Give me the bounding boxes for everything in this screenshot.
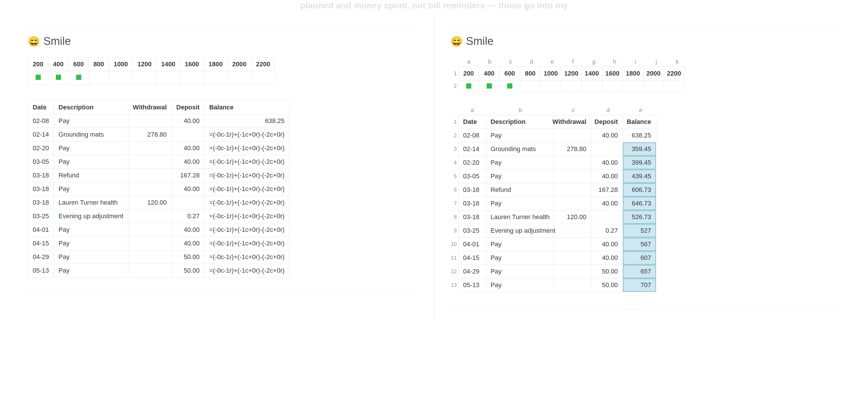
ledger-cell[interactable]: 50.00	[172, 264, 205, 277]
table-row[interactable]: 03-25Evening up adjustment0.27=(-0c-1r)+…	[28, 210, 289, 223]
ledger-cell[interactable]: 03-18	[458, 210, 486, 224]
ledger-cell[interactable]: =(-0c-1r)+(-1c+0r)-(-2c+0r)	[204, 169, 289, 182]
ledger-cell[interactable]: 40.00	[172, 114, 205, 128]
ledger-balance-cell[interactable]: 439.45	[623, 169, 656, 183]
ledger-cell[interactable]: Refund	[486, 183, 554, 197]
ledger-column-header[interactable]: Balance	[204, 101, 289, 114]
ledger-cell[interactable]: 03-05	[458, 169, 486, 183]
ledger-cell[interactable]	[128, 142, 172, 155]
scale-header-cell[interactable]: 1200	[132, 58, 156, 71]
ledger-cell[interactable]: 278.80	[128, 128, 172, 142]
ledger-cell[interactable]: 03-18	[28, 169, 54, 182]
ledger-cell[interactable]: =(-0c-1r)+(-1c+0r)-(-2c+0r)	[204, 223, 289, 237]
ledger-column-header[interactable]: Withdrawal	[554, 115, 591, 129]
scale-header-cell[interactable]: 1200	[561, 66, 582, 81]
ledger-cell[interactable]: 03-18	[28, 196, 54, 210]
column-letter[interactable]: b	[479, 57, 500, 67]
ledger-cell[interactable]: Pay	[486, 265, 554, 278]
scale-cell[interactable]	[251, 71, 275, 85]
ledger-cell[interactable]: Evening up adjustment	[54, 210, 128, 223]
table-row[interactable]: 02-08Pay40.00638.25	[28, 114, 289, 128]
ledger-cell[interactable]: 02-20	[458, 156, 486, 170]
ledger-balance-cell[interactable]: 707	[623, 278, 656, 292]
ledger-cell[interactable]	[128, 223, 172, 237]
scale-header-cell[interactable]: 1000	[540, 66, 561, 81]
scale-header-cell[interactable]: 600	[69, 58, 89, 71]
column-letter[interactable]: f	[563, 57, 584, 67]
ledger-cell[interactable]	[554, 278, 591, 292]
progress-scale-table[interactable]: 2004006008001000120014001600180020002200	[28, 57, 275, 85]
column-letter[interactable]: g	[584, 57, 604, 67]
ledger-cell[interactable]	[554, 237, 591, 251]
ledger-column-header[interactable]: Balance	[623, 115, 656, 129]
column-letter[interactable]: c	[500, 57, 521, 67]
scale-header-cell[interactable]: 2000	[227, 58, 251, 71]
ledger-cell[interactable]: 02-08	[28, 114, 54, 128]
row-number[interactable]: 11	[451, 251, 459, 265]
scale-cell[interactable]	[458, 80, 479, 92]
scale-header-cell[interactable]: 1600	[602, 66, 623, 81]
row-number[interactable]: 2	[451, 81, 459, 92]
scale-cell[interactable]	[156, 71, 180, 85]
row-number[interactable]: 4	[451, 156, 459, 170]
ledger-cell[interactable]: 03-18	[28, 182, 54, 196]
ledger-cell[interactable]: =(-0c-1r)+(-1c+0r)-(-2c+0r)	[204, 251, 289, 264]
ledger-cell[interactable]: 40.00	[172, 237, 205, 251]
table-row[interactable]: 03-18Pay40.00=(-0c-1r)+(-1c+0r)-(-2c+0r)	[28, 182, 289, 196]
row-number[interactable]: 13	[451, 278, 459, 292]
table-row[interactable]: 03-18Lauren Turner health120.00=(-0c-1r)…	[28, 196, 289, 210]
ledger-balance-cell[interactable]: 606.73	[623, 183, 656, 197]
ledger-cell[interactable]: Pay	[486, 237, 554, 251]
ledger-cell[interactable]	[128, 182, 172, 196]
column-letter[interactable]: e	[542, 57, 563, 67]
scale-header-cell[interactable]: 1800	[623, 66, 644, 81]
scale-header-cell[interactable]: 1000	[109, 58, 133, 71]
ledger-table[interactable]: DateDescriptionWithdrawalDepositBalance …	[28, 100, 289, 277]
scale-cell[interactable]	[623, 80, 644, 92]
row-number[interactable]: 5	[451, 170, 459, 183]
scale-header-cell[interactable]: 200	[28, 58, 48, 71]
table-row[interactable]: 02-20Pay40.00=(-0c-1r)+(-1c+0r)-(-2c+0r)	[28, 142, 289, 155]
ledger-cell[interactable]: Pay	[486, 251, 554, 265]
ledger-column-header[interactable]: Description	[486, 115, 554, 129]
ledger-column-header[interactable]: Date	[458, 115, 486, 129]
ledger-cell[interactable]: 50.00	[172, 251, 205, 264]
scale-header-cell[interactable]: 1600	[180, 58, 204, 71]
ledger-cell[interactable]: Pay	[486, 169, 554, 183]
ledger-cell[interactable]: 40.00	[172, 223, 205, 237]
ledger-cell[interactable]: 03-25	[458, 224, 486, 238]
ledger-cell[interactable]: 04-29	[28, 251, 54, 264]
ledger-cell[interactable]: =(-0c-1r)+(-1c+0r)-(-2c+0r)	[204, 237, 289, 251]
column-letter[interactable]: b	[486, 106, 555, 115]
ledger-cell[interactable]: Pay	[54, 142, 128, 155]
ledger-cell[interactable]: Pay	[486, 156, 554, 170]
ledger-cell[interactable]	[172, 196, 205, 210]
ledger-cell[interactable]: =(-0c-1r)+(-1c+0r)-(-2c+0r)	[204, 264, 289, 277]
scale-cell[interactable]	[540, 80, 561, 92]
ledger-balance-cell[interactable]: 399.45	[623, 156, 656, 170]
ledger-cell[interactable]: 167.28	[591, 183, 623, 197]
table-row[interactable]: 04-01Pay40.00=(-0c-1r)+(-1c+0r)-(-2c+0r)	[28, 223, 289, 237]
ledger-cell[interactable]: 0.27	[172, 210, 205, 223]
row-number[interactable]: 10	[451, 238, 459, 251]
ledger-cell[interactable]: 04-29	[458, 265, 486, 278]
scale-cell[interactable]	[69, 71, 89, 85]
scale-header-cell[interactable]: 600	[499, 66, 520, 81]
ledger-cell[interactable]	[128, 169, 172, 182]
table-row[interactable]: 04-29Pay50.00=(-0c-1r)+(-1c+0r)-(-2c+0r)	[28, 251, 289, 264]
ledger-balance-cell[interactable]: 527	[623, 224, 656, 238]
scale-cell[interactable]	[520, 80, 541, 92]
ledger-cell[interactable]: 03-05	[28, 155, 54, 169]
ledger-balance-cell[interactable]: 657	[623, 265, 656, 278]
ledger-cell[interactable]	[128, 251, 172, 264]
ledger-balance-cell[interactable]: 638.25	[623, 128, 656, 142]
ledger-cell[interactable]	[554, 169, 591, 183]
ledger-cell[interactable]: 02-14	[28, 128, 54, 142]
ledger-cell[interactable]: =(-0c-1r)+(-1c+0r)-(-2c+0r)	[204, 182, 289, 196]
ledger-column-header[interactable]: Deposit	[172, 101, 205, 114]
row-number[interactable]: 3	[451, 142, 459, 156]
column-letter[interactable]: a	[459, 57, 479, 67]
ledger-cell[interactable]	[128, 114, 172, 128]
scale-cell[interactable]	[204, 71, 227, 85]
table-row[interactable]: 05-13Pay50.00=(-0c-1r)+(-1c+0r)-(-2c+0r)	[28, 264, 289, 277]
